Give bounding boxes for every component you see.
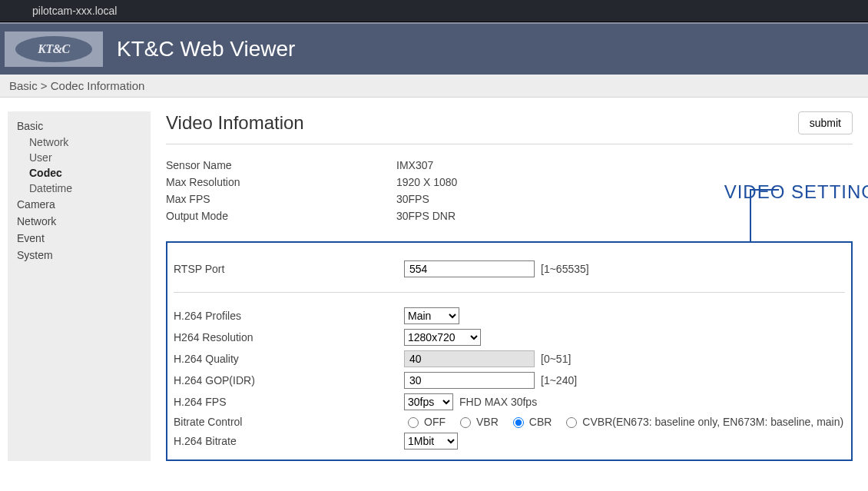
h264-fps-select[interactable]: 30fps <box>404 393 453 410</box>
row-h264-quality: H.264 Quality [0~51] <box>174 348 845 370</box>
info-label: Max Resolution <box>166 176 396 188</box>
row-rtsp-port: RTSP Port [1~65535] <box>174 258 845 280</box>
sidebar-item-user[interactable]: User <box>8 150 151 165</box>
h264-resolution-select[interactable]: 1280x720 <box>404 329 481 346</box>
field-hint: [1~240] <box>541 374 577 386</box>
bitrate-cbr-radio[interactable]: CBR <box>509 415 552 428</box>
row-bitrate-control: Bitrate Control OFF VBR CBR CVBR(EN673: … <box>174 413 845 430</box>
sidebar-group-event[interactable]: Event <box>8 230 151 247</box>
annotation-label: VIDEO SETTINGS <box>724 181 868 203</box>
sidebar-group-basic[interactable]: Basic <box>8 118 151 134</box>
h264-quality-input <box>404 350 535 367</box>
info-label: Sensor Name <box>166 159 396 171</box>
main-content: Video Infomation submit Sensor Name IMX3… <box>151 111 860 461</box>
page-title: Video Infomation <box>166 112 798 134</box>
app-header: KT&C KT&C Web Viewer <box>0 22 868 75</box>
video-settings-annotation: VIDEO SETTINGS RTSP Port [1~65535] H.264… <box>166 241 853 461</box>
info-value: 30FPS DNR <box>396 210 853 222</box>
bitrate-off-radio[interactable]: OFF <box>404 415 446 428</box>
sidebar-item-network[interactable]: Network <box>8 134 151 150</box>
field-hint: [0~51] <box>541 353 571 365</box>
field-label: Bitrate Control <box>174 416 404 428</box>
sidebar-item-datetime[interactable]: Datetime <box>8 181 151 196</box>
field-label: H.264 Profiles <box>174 310 404 322</box>
h264-gop-input[interactable] <box>404 372 535 389</box>
bitrate-vbr-radio[interactable]: VBR <box>456 415 499 428</box>
info-row-sensor: Sensor Name IMX307 <box>166 157 853 174</box>
video-settings-panel: RTSP Port [1~65535] H.264 Profiles Main <box>166 241 853 461</box>
field-label: H264 Resolution <box>174 331 404 343</box>
rtsp-port-input[interactable] <box>404 260 535 277</box>
sidebar-item-codec[interactable]: Codec <box>8 165 151 181</box>
divider <box>174 292 845 293</box>
field-label: H.264 FPS <box>174 396 404 408</box>
info-label: Output Mode <box>166 210 396 222</box>
sidebar-group-network[interactable]: Network <box>8 213 151 230</box>
row-h264-resolution: H264 Resolution 1280x720 <box>174 327 845 348</box>
row-h264-gop: H.264 GOP(IDR) [1~240] <box>174 370 845 391</box>
row-h264-profiles: H.264 Profiles Main <box>174 305 845 327</box>
brand-logo: KT&C <box>5 32 103 67</box>
field-label: H.264 Quality <box>174 353 404 365</box>
breadcrumb: Basic > Codec Information <box>0 75 868 98</box>
row-h264-bitrate: H.264 Bitrate 1Mbit <box>174 430 845 452</box>
sidebar-group-system[interactable]: System <box>8 247 151 264</box>
brand-logo-text: KT&C <box>15 36 92 62</box>
h264-bitrate-select[interactable]: 1Mbit <box>404 433 458 450</box>
field-label: H.264 GOP(IDR) <box>174 374 404 386</box>
bitrate-control-radio-group: OFF VBR CBR CVBR(EN673: baseline only, E… <box>404 415 843 428</box>
app-title: KT&C Web Viewer <box>117 37 295 61</box>
submit-button[interactable]: submit <box>798 111 853 134</box>
h264-profiles-select[interactable]: Main <box>404 307 459 324</box>
sidebar: Basic Network User Codec Datetime Camera… <box>8 111 151 461</box>
field-label: H.264 Bitrate <box>174 435 404 447</box>
bitrate-cvbr-radio[interactable]: CVBR(EN673: baseline only, EN673M: basel… <box>562 415 843 428</box>
field-hint: FHD MAX 30fps <box>459 396 537 408</box>
sidebar-group-camera[interactable]: Camera <box>8 196 151 213</box>
info-value: IMX307 <box>396 159 853 171</box>
row-h264-fps: H.264 FPS 30fps FHD MAX 30fps <box>174 391 845 413</box>
info-label: Max FPS <box>166 193 396 205</box>
browser-url-bar: pilotcam-xxx.local <box>0 0 868 22</box>
field-hint: [1~65535] <box>541 263 589 275</box>
field-label: RTSP Port <box>174 263 404 275</box>
